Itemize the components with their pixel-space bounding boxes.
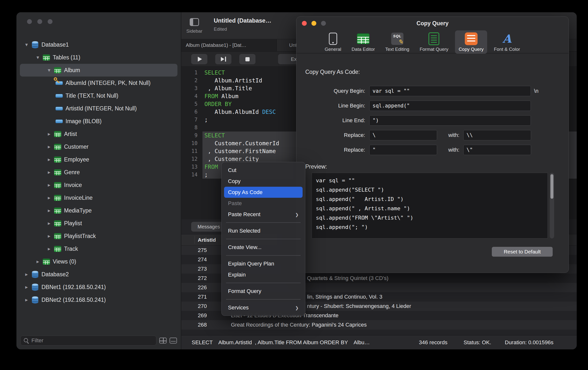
replace2-with-field[interactable]: \": [463, 145, 531, 155]
disclosure-chevron-icon[interactable]: [45, 157, 53, 162]
table-row[interactable]: 268 Great Recordings of the Century: Pag…: [181, 320, 577, 330]
menu-item[interactable]: Format Query: [224, 286, 303, 297]
line-number: 6: [181, 108, 202, 116]
pref-toolbar-item[interactable]: Data Editor: [348, 30, 379, 54]
close-button[interactable]: [302, 21, 307, 26]
dialog-window-controls: [302, 21, 326, 26]
messages-tab[interactable]: Messages: [191, 222, 226, 232]
disclosure-chevron-icon[interactable]: [45, 182, 53, 188]
cell-title: Great Recordings of the Century: Paganin…: [216, 322, 367, 328]
tree-item[interactable]: Database2: [20, 268, 177, 281]
tree-item[interactable]: Views (0): [20, 255, 177, 268]
query-begin-field[interactable]: var sql = "": [369, 86, 531, 96]
replace1-field[interactable]: \: [369, 130, 437, 140]
tree-item[interactable]: DBNet2 (192.168.50.241): [20, 293, 177, 306]
tree-icon: [55, 107, 63, 110]
minimize-button[interactable]: [37, 19, 42, 24]
scrollbar-thumb[interactable]: [550, 174, 553, 199]
disclosure-chevron-icon[interactable]: [23, 42, 30, 48]
menu-item[interactable]: Paste: [224, 198, 303, 209]
tab-album[interactable]: Album (Database1) - [Dat…: [181, 39, 277, 51]
tree-item[interactable]: PlaylistTrack: [20, 230, 177, 242]
tree-item[interactable]: DBNet1 (192.168.50.241): [20, 281, 177, 293]
tree-item[interactable]: Artist: [20, 128, 177, 140]
run-button[interactable]: [191, 54, 207, 64]
minimize-button[interactable]: [311, 21, 316, 26]
tree-item-label: Playlist: [64, 220, 82, 227]
tree-item[interactable]: Playlist: [20, 217, 177, 230]
tree-item[interactable]: Track: [20, 242, 177, 255]
pref-toolbar-item[interactable]: Copy Query: [455, 30, 487, 54]
tree-item[interactable]: Customer: [20, 140, 177, 153]
tree-item[interactable]: Invoice: [20, 179, 177, 191]
replace2-field[interactable]: ": [369, 145, 437, 155]
menu-item[interactable]: Services: [224, 302, 303, 313]
replace2-label: Replace:: [301, 145, 365, 155]
disclosure-chevron-icon[interactable]: [45, 169, 53, 175]
tree-item[interactable]: Database1: [20, 38, 177, 51]
tree-item[interactable]: MediaType: [20, 204, 177, 217]
line-end-field[interactable]: "): [369, 115, 531, 126]
pref-toolbar-item[interactable]: Text Editing: [382, 30, 413, 54]
duration: Duration: 0.001596s: [505, 335, 553, 349]
tree-item[interactable]: ArtistId (INTEGER, Not Null): [20, 102, 177, 115]
tree-item[interactable]: Tables (11): [20, 51, 177, 64]
tree-icon: [54, 157, 61, 163]
disclosure-chevron-icon[interactable]: [23, 297, 30, 303]
run-step-button[interactable]: [215, 54, 231, 64]
line-number: 12: [181, 155, 202, 163]
disclosure-chevron-icon[interactable]: [45, 131, 53, 137]
menu-item[interactable]: Copy As Code: [224, 187, 303, 198]
disclosure-chevron-icon[interactable]: [34, 54, 41, 60]
tree-item[interactable]: Image (BLOB): [20, 115, 177, 128]
line-begin-field[interactable]: sql.append(": [369, 101, 531, 111]
tree-icon: [32, 296, 38, 304]
reset-to-default-button[interactable]: Reset to Default: [492, 247, 553, 257]
edited-badge: Edited: [214, 26, 227, 32]
disclosure-chevron-icon[interactable]: [45, 208, 53, 213]
tree-icon: [54, 246, 61, 252]
disclosure-chevron-icon[interactable]: [45, 144, 53, 150]
disclosure-chevron-icon[interactable]: [45, 233, 53, 239]
zoom-button: [321, 21, 326, 26]
replace1-with-field[interactable]: \\: [463, 130, 531, 140]
tree-item[interactable]: Title (TEXT, Not Null): [20, 89, 177, 102]
close-button[interactable]: [27, 19, 32, 24]
disclosure-chevron-icon[interactable]: [45, 67, 53, 73]
menu-item[interactable]: Explain: [224, 269, 303, 280]
tree-item-label: DBNet2 (192.168.50.241): [41, 297, 106, 303]
row-view-icon[interactable]: [170, 338, 177, 344]
tree-item[interactable]: AlbumId (INTEGER, PK, Not Null): [20, 77, 177, 89]
menu-item[interactable]: Run Selected: [224, 225, 303, 236]
tree-icon: [54, 131, 61, 137]
stop-button[interactable]: [239, 54, 255, 64]
grid-view-icon[interactable]: [159, 338, 167, 344]
tree-item-label: PlaylistTrack: [64, 233, 96, 239]
tree-item[interactable]: Genre: [20, 166, 177, 179]
disclosure-chevron-icon[interactable]: [45, 246, 53, 252]
menu-item[interactable]: Create View...: [224, 242, 303, 253]
menu-item[interactable]: Explain Query Plan: [224, 258, 303, 269]
tree-item-label: Views (0): [53, 258, 76, 265]
filter-input[interactable]: Filter: [20, 336, 156, 345]
window-controls: [27, 19, 53, 24]
disclosure-chevron-icon[interactable]: [34, 259, 41, 264]
menu-item[interactable]: Cut: [224, 165, 303, 176]
column-header-artistid[interactable]: ArtistId: [198, 234, 216, 246]
tree-item[interactable]: InvoiceLine: [20, 191, 177, 204]
pref-toolbar-item[interactable]: Format Query: [416, 30, 452, 54]
disclosure-chevron-icon[interactable]: [45, 220, 53, 226]
disclosure-chevron-icon[interactable]: [23, 271, 30, 277]
sidebar-toggle-icon[interactable]: [190, 18, 199, 26]
pref-toolbar-item[interactable]: Font & Color: [490, 30, 524, 54]
zoom-button[interactable]: [48, 19, 53, 24]
disclosure-chevron-icon[interactable]: [45, 195, 53, 201]
disclosure-chevron-icon[interactable]: [23, 284, 30, 290]
menu-item[interactable]: Paste Recent: [224, 209, 303, 220]
preview-scrollbar[interactable]: [550, 173, 554, 238]
tree-item[interactable]: Album: [20, 64, 177, 77]
menu-item[interactable]: Copy: [224, 176, 303, 187]
pref-toolbar-label: Data Editor: [352, 47, 375, 52]
pref-toolbar-item[interactable]: General: [321, 30, 345, 54]
tree-item[interactable]: Employee: [20, 153, 177, 166]
